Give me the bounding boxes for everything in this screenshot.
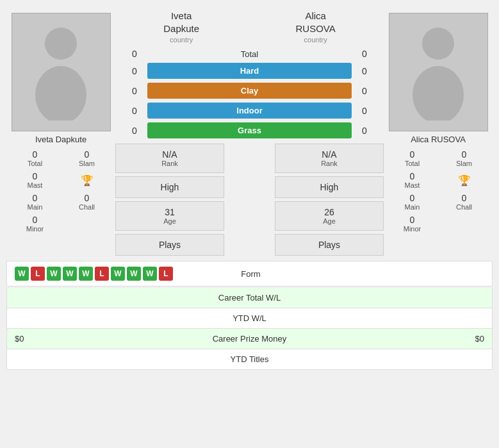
career-prize-row: $0 Career Prize Money $0 xyxy=(6,329,493,349)
right-header-info: Alica RUSOVA country xyxy=(296,10,336,44)
right-chall-value: 0 xyxy=(440,193,488,203)
left-high-panel: High xyxy=(115,176,224,198)
left-total-cell: 0 Total xyxy=(10,148,60,169)
left-mast-value: 0 xyxy=(11,171,59,181)
left-plays-panel: Plays xyxy=(115,234,224,256)
right-minor-label: Minor xyxy=(388,225,436,233)
right-main-label: Main xyxy=(388,203,436,211)
right-player-name: Alica RUSOVA xyxy=(411,135,466,144)
right-chall-cell: 0 Chall xyxy=(439,192,489,212)
svg-point-3 xyxy=(413,66,464,120)
right-minor-cell: 0 Minor xyxy=(387,213,438,234)
left-high-value: High xyxy=(126,182,214,192)
left-age-panel: 31 Age xyxy=(115,201,224,231)
left-main-value: 0 xyxy=(11,193,59,203)
total-row: 0 Total 0 xyxy=(115,47,384,61)
right-rank-value: N/A xyxy=(285,149,373,160)
right-full-name: Alica RUSOVA xyxy=(296,10,336,35)
left-age-label: Age xyxy=(126,217,214,225)
right-slam-label: Slam xyxy=(440,160,488,167)
right-main-cell: 0 Main xyxy=(387,192,438,212)
svg-point-2 xyxy=(422,28,454,60)
right-total-cell: 0 Total xyxy=(387,148,438,169)
left-player-stats: 0 Total 0 Slam 0 Mast 🏆 0 Main xyxy=(6,148,115,234)
left-minor-value: 0 xyxy=(11,215,59,225)
form-badge-w: W xyxy=(15,267,29,281)
high-row: High High xyxy=(115,176,384,198)
form-badge-l: L xyxy=(95,267,109,281)
form-badge-w: W xyxy=(127,267,141,281)
left-prize-value: $0 xyxy=(15,334,171,344)
left-player-card: Iveta Dapkute 0 Total 0 Slam 0 Mast 🏆 xyxy=(6,6,115,256)
form-badge-w: W xyxy=(47,267,61,281)
age-row: 31 Age 26 Age xyxy=(115,201,384,231)
right-player-card: Alica RUSOVA 0 Total 0 Slam 0 Mast 🏆 xyxy=(384,6,493,256)
right-slam-cell: 0 Slam xyxy=(439,148,489,169)
left-minor-label: Minor xyxy=(11,225,59,233)
left-chall-cell: 0 Chall xyxy=(61,192,112,212)
left-hard-score: 0 xyxy=(122,66,147,76)
left-total-score: 0 xyxy=(122,49,147,59)
right-high-panel: High xyxy=(275,176,384,198)
indoor-row: 0 Indoor 0 xyxy=(115,101,384,120)
left-chall-label: Chall xyxy=(63,203,111,211)
right-mast-cell: 0 Mast xyxy=(387,170,438,190)
left-main-label: Main xyxy=(11,203,59,211)
right-player-stats: 0 Total 0 Slam 0 Mast 🏆 0 Main xyxy=(384,148,493,234)
left-plays-value: Plays xyxy=(126,240,214,250)
grass-row: 0 Grass 0 xyxy=(115,120,384,140)
hard-row: 0 Hard 0 xyxy=(115,61,384,81)
main-container: Iveta Dapkute 0 Total 0 Slam 0 Mast 🏆 xyxy=(0,0,499,376)
left-detail-panel: N/A Rank xyxy=(115,144,224,173)
right-minor-value: 0 xyxy=(388,215,436,225)
right-prize-value: $0 xyxy=(328,334,484,344)
clay-row: 0 Clay 0 xyxy=(115,81,384,101)
left-slam-value: 0 xyxy=(63,149,111,160)
svg-point-1 xyxy=(35,66,86,120)
form-badges: WLWWWLWWWL xyxy=(15,267,173,281)
left-total-value: 0 xyxy=(11,149,59,160)
career-prize-label: Career Prize Money xyxy=(171,334,327,344)
right-country: country xyxy=(296,36,336,44)
right-trophy-icon: 🏆 xyxy=(458,174,471,187)
left-slam-cell: 0 Slam xyxy=(61,148,112,169)
left-player-name: Iveta Dapkute xyxy=(35,135,86,144)
hard-surface-btn: Hard xyxy=(147,63,352,79)
indoor-surface-btn: Indoor xyxy=(147,103,352,119)
left-country: country xyxy=(163,36,199,44)
left-full-name: Iveta Dapkute xyxy=(163,10,199,35)
total-label: Total xyxy=(147,49,352,59)
left-grass-score: 0 xyxy=(122,126,147,136)
detail-panels: N/A Rank N/A Rank xyxy=(115,144,384,173)
right-plays-panel: Plays xyxy=(275,234,384,256)
right-age-label: Age xyxy=(285,217,373,225)
right-indoor-score: 0 xyxy=(352,106,377,116)
form-badge-l: L xyxy=(31,267,45,281)
right-grass-score: 0 xyxy=(352,126,377,136)
right-age-panel: 26 Age xyxy=(275,201,384,231)
right-slam-value: 0 xyxy=(440,149,488,160)
left-mast-cell: 0 Mast xyxy=(10,170,60,190)
form-badge-l: L xyxy=(159,267,173,281)
right-main-value: 0 xyxy=(388,193,436,203)
right-player-avatar xyxy=(389,13,488,131)
form-badge-w: W xyxy=(143,267,157,281)
right-plays-value: Plays xyxy=(285,240,373,250)
career-wl-label: Career Total W/L xyxy=(15,293,484,303)
right-clay-score: 0 xyxy=(352,86,377,96)
left-indoor-score: 0 xyxy=(122,106,147,116)
ytd-titles-label: YTD Titles xyxy=(15,354,484,364)
comparison-section: Iveta Dapkute 0 Total 0 Slam 0 Mast 🏆 xyxy=(6,6,493,256)
right-mast-value: 0 xyxy=(388,171,436,181)
grass-surface-btn: Grass xyxy=(147,122,352,138)
left-chall-value: 0 xyxy=(63,193,111,203)
right-high-value: High xyxy=(285,182,373,192)
right-total-value: 0 xyxy=(388,149,436,160)
ytd-titles-row: YTD Titles xyxy=(6,349,493,370)
svg-point-0 xyxy=(45,28,77,60)
right-hard-score: 0 xyxy=(352,66,377,76)
right-chall-label: Chall xyxy=(440,203,488,211)
left-minor-cell: 0 Minor xyxy=(10,213,60,234)
left-slam-label: Slam xyxy=(63,160,111,167)
right-total-label: Total xyxy=(388,160,436,167)
